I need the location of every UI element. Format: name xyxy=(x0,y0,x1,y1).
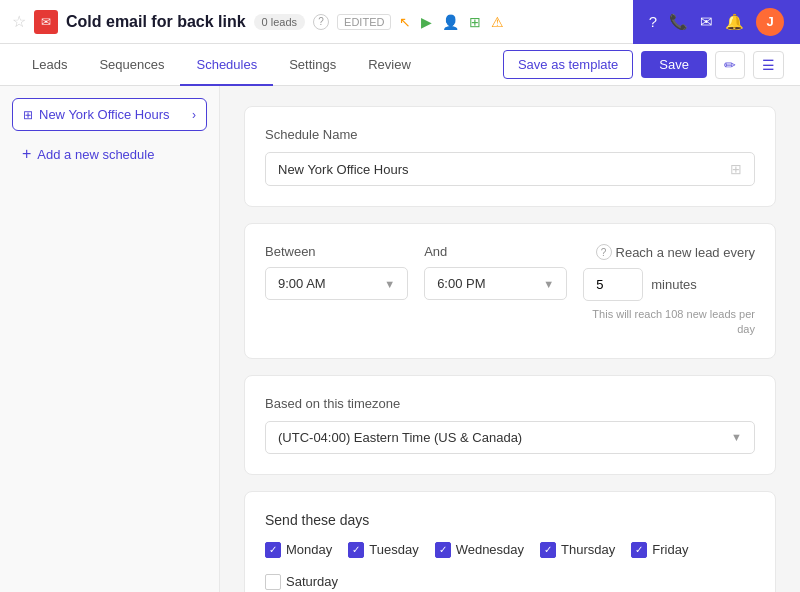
reach-section: ? Reach a new lead every minutes This wi… xyxy=(583,244,755,338)
add-schedule-button[interactable]: + Add a new schedule xyxy=(12,139,207,169)
between-select[interactable]: 9:00 AM ▼ xyxy=(265,267,408,300)
schedule-name-label: Schedule Name xyxy=(265,127,755,142)
play-icon[interactable]: ▶ xyxy=(421,14,432,30)
save-button[interactable]: Save xyxy=(641,51,707,78)
wednesday-checkbox[interactable]: ✓ xyxy=(435,542,451,558)
saturday-checkbox[interactable] xyxy=(265,574,281,590)
timezone-card: Based on this timezone (UTC-04:00) Easte… xyxy=(244,375,776,475)
warning-icon[interactable]: ⚠ xyxy=(491,14,504,30)
add-user-icon[interactable]: 👤 xyxy=(442,14,459,30)
main-layout: ⊞ New York Office Hours › + Add a new sc… xyxy=(0,86,800,592)
reach-number-input[interactable] xyxy=(596,277,630,292)
top-bar: ☆ Cold email for back link 0 leads ? EDI… xyxy=(0,0,800,44)
reach-note: This will reach 108 new leads per day xyxy=(583,307,755,338)
nav-item-review[interactable]: Review xyxy=(352,45,427,86)
top-bar-right: ? 📞 ✉ 🔔 J xyxy=(633,0,800,44)
timezone-chevron-icon: ▼ xyxy=(731,431,742,443)
schedule-name-input[interactable] xyxy=(278,162,730,177)
between-section: Between 9:00 AM ▼ xyxy=(265,244,408,338)
bell-icon[interactable]: 🔔 xyxy=(725,13,744,31)
top-bar-left: ☆ Cold email for back link 0 leads ? EDI… xyxy=(12,10,625,34)
phone-icon[interactable]: 📞 xyxy=(669,13,688,31)
time-row: Between 9:00 AM ▼ And 6:00 PM ▼ ? xyxy=(265,244,755,338)
between-value: 9:00 AM xyxy=(278,276,326,291)
schedule-name-card: Schedule Name ⊞ xyxy=(244,106,776,207)
nav-items: Leads Sequences Schedules Settings Revie… xyxy=(16,45,503,85)
help-icon[interactable]: ? xyxy=(649,13,657,30)
day-tuesday[interactable]: ✓ Tuesday xyxy=(348,542,418,558)
grid-handle-icon: ⊞ xyxy=(730,161,742,177)
nav-item-settings[interactable]: Settings xyxy=(273,45,352,86)
star-icon[interactable]: ☆ xyxy=(12,12,26,31)
timezone-value: (UTC-04:00) Eastern Time (US & Canada) xyxy=(278,430,522,445)
between-label: Between xyxy=(265,244,408,259)
monday-label: Monday xyxy=(286,542,332,557)
tuesday-checkbox[interactable]: ✓ xyxy=(348,542,364,558)
nav-item-sequences[interactable]: Sequences xyxy=(83,45,180,86)
timezone-select[interactable]: (UTC-04:00) Eastern Time (US & Canada) ▼ xyxy=(265,421,755,454)
edited-badge: EDITED xyxy=(337,14,391,30)
nav-item-leads[interactable]: Leads xyxy=(16,45,83,86)
sidebar: ⊞ New York Office Hours › + Add a new sc… xyxy=(0,86,220,592)
grid-icon[interactable]: ⊞ xyxy=(469,14,481,30)
and-section: And 6:00 PM ▼ xyxy=(424,244,567,338)
reach-title: Reach a new lead every xyxy=(616,245,755,260)
nav-actions: Save as template Save ✏ ☰ xyxy=(503,50,784,79)
email-icon xyxy=(34,10,58,34)
nav-bar: Leads Sequences Schedules Settings Revie… xyxy=(0,44,800,86)
day-thursday[interactable]: ✓ Thursday xyxy=(540,542,615,558)
schedule-name: New York Office Hours xyxy=(39,107,170,122)
between-chevron-icon: ▼ xyxy=(384,278,395,290)
reach-input-row: minutes xyxy=(583,268,755,301)
friday-checkbox[interactable]: ✓ xyxy=(631,542,647,558)
and-value: 6:00 PM xyxy=(437,276,485,291)
timezone-label: Based on this timezone xyxy=(265,396,755,411)
day-monday[interactable]: ✓ Monday xyxy=(265,542,332,558)
add-schedule-label: Add a new schedule xyxy=(37,147,154,162)
toolbar: ↖ ▶ 👤 ⊞ ⚠ xyxy=(399,14,504,30)
day-friday[interactable]: ✓ Friday xyxy=(631,542,688,558)
cursor-icon[interactable]: ↖ xyxy=(399,14,411,30)
tuesday-label: Tuesday xyxy=(369,542,418,557)
monday-checkbox[interactable]: ✓ xyxy=(265,542,281,558)
days-title: Send these days xyxy=(265,512,755,528)
friday-label: Friday xyxy=(652,542,688,557)
days-card: Send these days ✓ Monday ✓ Tuesday ✓ Wed… xyxy=(244,491,776,592)
day-saturday[interactable]: Saturday xyxy=(265,574,338,590)
time-card: Between 9:00 AM ▼ And 6:00 PM ▼ ? xyxy=(244,223,776,359)
list-icon-button[interactable]: ☰ xyxy=(753,51,784,79)
content-area: Schedule Name ⊞ Between 9:00 AM ▼ And xyxy=(220,86,800,592)
thursday-checkbox[interactable]: ✓ xyxy=(540,542,556,558)
info-icon[interactable]: ? xyxy=(313,14,329,30)
and-chevron-icon: ▼ xyxy=(543,278,554,290)
reach-unit: minutes xyxy=(651,277,697,292)
schedule-item-left: ⊞ New York Office Hours xyxy=(23,107,170,122)
day-wednesday[interactable]: ✓ Wednesday xyxy=(435,542,524,558)
schedule-item[interactable]: ⊞ New York Office Hours › xyxy=(12,98,207,131)
reach-help-icon[interactable]: ? xyxy=(596,244,612,260)
plus-icon: + xyxy=(22,145,31,163)
nav-item-schedules[interactable]: Schedules xyxy=(180,45,273,86)
schedule-name-input-wrapper: ⊞ xyxy=(265,152,755,186)
chevron-right-icon: › xyxy=(192,108,196,122)
and-label: And xyxy=(424,244,567,259)
page-title: Cold email for back link xyxy=(66,13,246,31)
saturday-label: Saturday xyxy=(286,574,338,589)
avatar[interactable]: J xyxy=(756,8,784,36)
save-as-template-button[interactable]: Save as template xyxy=(503,50,633,79)
reach-number-wrapper xyxy=(583,268,643,301)
days-row: ✓ Monday ✓ Tuesday ✓ Wednesday ✓ Thursda… xyxy=(265,542,755,590)
schedule-icon: ⊞ xyxy=(23,108,33,122)
mail-icon[interactable]: ✉ xyxy=(700,13,713,31)
reach-header: ? Reach a new lead every xyxy=(583,244,755,260)
and-select[interactable]: 6:00 PM ▼ xyxy=(424,267,567,300)
thursday-label: Thursday xyxy=(561,542,615,557)
wednesday-label: Wednesday xyxy=(456,542,524,557)
edit-icon-button[interactable]: ✏ xyxy=(715,51,745,79)
leads-badge: 0 leads xyxy=(254,14,305,30)
